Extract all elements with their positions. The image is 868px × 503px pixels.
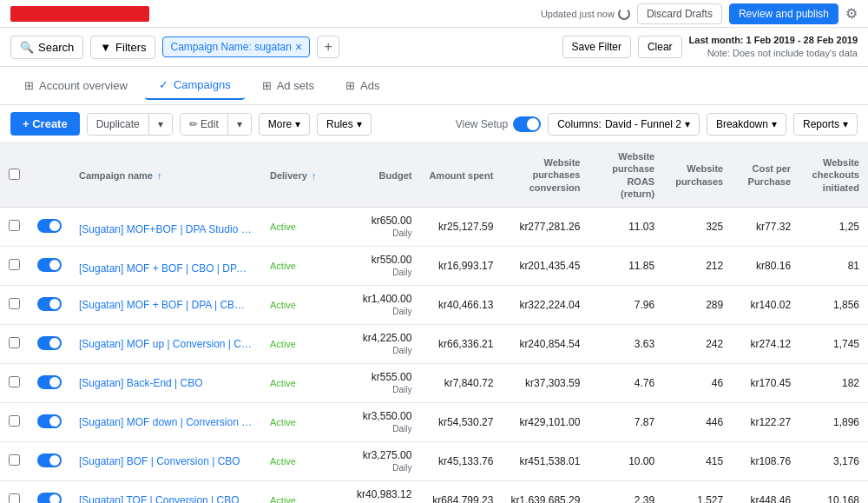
- campaign-toggle[interactable]: [37, 453, 62, 467]
- amount-spent-cell: kr16,993.17: [420, 247, 502, 286]
- tab-account-overview[interactable]: ⊞ Account overview: [10, 72, 141, 99]
- campaign-toggle[interactable]: [37, 258, 62, 272]
- row-checkbox[interactable]: [9, 493, 20, 503]
- row-checkbox[interactable]: [9, 376, 20, 387]
- table-row: [Sugatan] MOF+BOF | DPA Studio | CBOActi…: [0, 208, 868, 247]
- duplicate-chevron[interactable]: ▾: [149, 114, 172, 135]
- wp-conversion-cell: kr1,639,685.29: [502, 481, 589, 503]
- date-range-note: Note: Does not include today's data: [689, 47, 858, 60]
- col-campaign-name[interactable]: Campaign name ↑: [70, 143, 261, 208]
- row-checkbox[interactable]: [9, 220, 20, 231]
- wp-conversion-cell: kr429,101.00: [502, 403, 589, 442]
- cost-per-purchase-cell: kr170.45: [732, 364, 799, 403]
- row-checkbox[interactable]: [9, 454, 20, 466]
- settings-icon[interactable]: ⚙: [845, 5, 858, 22]
- more-chevron-icon: ▾: [295, 118, 300, 130]
- campaign-name-cell[interactable]: [Sugatan] MOF down | Conversion | CBO: [70, 403, 261, 442]
- table-row: [Sugatan] MOF + BOF | DPA | CBO | Worldw…: [0, 286, 868, 325]
- columns-button[interactable]: Columns: David - Funnel 2 ▾: [548, 113, 700, 136]
- row-checkbox[interactable]: [9, 415, 20, 427]
- edit-button[interactable]: ✏ Edit: [181, 114, 228, 135]
- clear-filter-button[interactable]: Clear: [638, 36, 682, 58]
- campaign-toggle[interactable]: [37, 375, 62, 389]
- campaign-toggle[interactable]: [37, 414, 62, 428]
- account-overview-icon: ⊞: [24, 79, 34, 92]
- campaign-name-cell[interactable]: [Sugatan] MOF + BOF | DPA | CBO | Worldw…: [70, 286, 261, 325]
- more-button[interactable]: More ▾: [259, 113, 310, 136]
- review-publish-button[interactable]: Review and publish: [729, 3, 838, 24]
- tab-ads[interactable]: ⊞ Ads: [332, 72, 393, 99]
- rules-button[interactable]: Rules ▾: [317, 113, 372, 136]
- filters-button[interactable]: ▼ Filters: [90, 36, 155, 59]
- duplicate-button[interactable]: Duplicate: [88, 114, 149, 135]
- row-checkbox[interactable]: [9, 337, 20, 348]
- account-overview-label: Account overview: [39, 79, 128, 92]
- row-checkbox[interactable]: [9, 259, 20, 270]
- refresh-icon[interactable]: [618, 8, 630, 20]
- search-icon: 🔍: [20, 41, 34, 54]
- row-checkbox[interactable]: [9, 298, 20, 309]
- col-amount-spent[interactable]: Amount spent: [420, 143, 502, 208]
- create-button[interactable]: + Create: [10, 112, 80, 136]
- wp-checkouts-cell: 10,168: [799, 481, 868, 503]
- toolbar-right: View Setup Columns: David - Funnel 2 ▾ B…: [456, 113, 858, 136]
- wp-cell: 1,527: [663, 481, 732, 503]
- add-filter-button[interactable]: +: [317, 36, 339, 58]
- campaign-name-cell[interactable]: [Sugatan] BOF | Conversion | CBO: [70, 442, 261, 481]
- cost-per-purchase-cell: kr122.27: [732, 403, 799, 442]
- campaign-name-text: [Sugatan] MOF down | Conversion | CBO: [79, 416, 261, 428]
- search-button[interactable]: 🔍 Search: [10, 36, 83, 59]
- budget-cell: kr1,400.00Daily: [339, 286, 420, 325]
- select-all-checkbox[interactable]: [9, 169, 20, 180]
- filter-bar-right: Save Filter Clear Last month: 1 Feb 2019…: [562, 34, 858, 61]
- col-wp-checkouts[interactable]: Website checkouts initiated: [799, 143, 868, 208]
- cost-per-purchase-cell: kr77.32: [732, 208, 799, 247]
- col-wp[interactable]: Website purchases: [663, 143, 732, 208]
- view-setup-toggle[interactable]: [513, 116, 541, 132]
- wp-cell: 242: [663, 325, 732, 364]
- row-checkbox-cell: [0, 286, 29, 325]
- campaigns-check-icon: ✓: [159, 78, 168, 91]
- campaign-toggle[interactable]: [37, 297, 62, 311]
- campaign-toggle[interactable]: [37, 336, 62, 350]
- close-filter-icon[interactable]: ×: [295, 41, 302, 53]
- campaign-name-filter-tag[interactable]: Campaign Name: sugatan ×: [162, 36, 310, 57]
- delivery-cell: Active: [261, 325, 339, 364]
- col-wp-roas[interactable]: Website purchase ROAS (return): [589, 143, 663, 208]
- table-row: [Sugatan] MOF down | Conversion | CBOAct…: [0, 403, 868, 442]
- campaign-name-cell[interactable]: [Sugatan] MOF + BOF | CBO | DPA UGC |: [70, 247, 261, 286]
- tab-ad-sets[interactable]: ⊞ Ad sets: [248, 72, 328, 99]
- wp-roas-cell: 3.63: [589, 325, 663, 364]
- tab-campaigns[interactable]: ✓ Campaigns: [145, 71, 245, 100]
- delivery-status: Active: [270, 222, 296, 232]
- breakdown-button[interactable]: Breakdown ▾: [707, 113, 786, 136]
- top-bar-right: Updated just now Discard Drafts Review a…: [541, 3, 858, 24]
- campaign-toggle[interactable]: [37, 219, 62, 233]
- edit-chevron[interactable]: ▾: [228, 114, 251, 135]
- campaign-toggle[interactable]: [37, 493, 62, 503]
- col-cost-per-purchase[interactable]: Cost per Purchase: [732, 143, 799, 208]
- amount-spent-cell: kr45,133.76: [420, 442, 502, 481]
- delivery-status: Active: [270, 495, 296, 503]
- delivery-status: Active: [270, 261, 296, 271]
- save-filter-button[interactable]: Save Filter: [562, 36, 631, 58]
- discard-drafts-button[interactable]: Discard Drafts: [637, 3, 722, 24]
- wp-checkouts-cell: 1,856: [799, 286, 868, 325]
- campaign-name-cell[interactable]: [Sugatan] MOF+BOF | DPA Studio | CBO: [70, 208, 261, 247]
- reports-button[interactable]: Reports ▾: [793, 113, 858, 136]
- campaign-name-cell[interactable]: [Sugatan] TOF | Conversion | CBO: [70, 481, 261, 503]
- budget-cell: kr650.00Daily: [339, 208, 420, 247]
- col-wp-conversion[interactable]: Website purchases conversion: [502, 143, 589, 208]
- campaign-name-cell[interactable]: [Sugatan] MOF up | Conversion | CBO: [70, 325, 261, 364]
- col-budget[interactable]: Budget: [339, 143, 420, 208]
- row-checkbox-cell: [0, 208, 29, 247]
- wp-cell: 46: [663, 364, 732, 403]
- col-delivery[interactable]: Delivery ↑: [261, 143, 339, 208]
- amount-spent-cell: kr66,336.21: [420, 325, 502, 364]
- ad-sets-icon: ⊞: [262, 79, 272, 92]
- campaign-name-cell[interactable]: [Sugatan] Back-End | CBO: [70, 364, 261, 403]
- table-row: [Sugatan] Back-End | CBOActivekr555.00Da…: [0, 364, 868, 403]
- col-toggle: [29, 143, 70, 208]
- cost-per-purchase-cell: kr108.76: [732, 442, 799, 481]
- reports-chevron-icon: ▾: [843, 118, 848, 130]
